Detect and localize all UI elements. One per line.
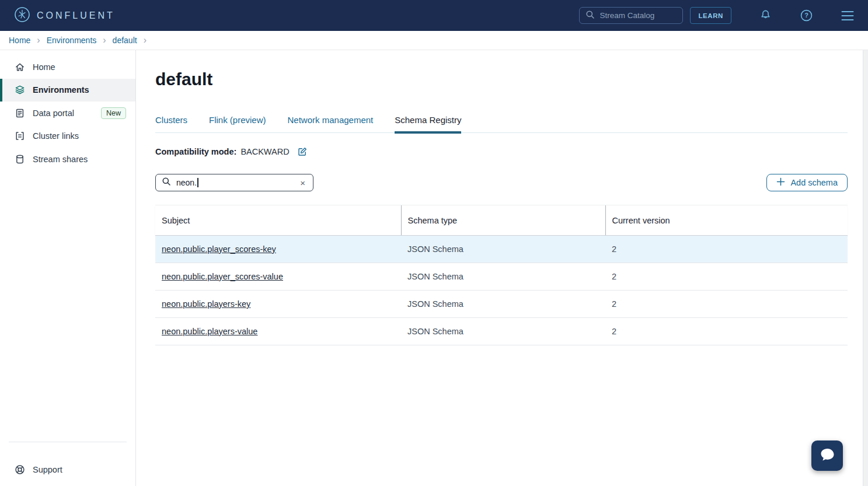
- chat-bubble-icon: [818, 446, 836, 465]
- help-icon[interactable]: ?: [800, 9, 813, 22]
- current-version-cell: 2: [605, 236, 848, 263]
- column-header-schema-type[interactable]: Schema type: [401, 205, 605, 236]
- home-icon: [15, 62, 25, 72]
- table-row[interactable]: neon.public.player_scores-value JSON Sch…: [155, 263, 848, 291]
- column-header-current-version[interactable]: Current version: [605, 205, 848, 236]
- sidebar-item-home[interactable]: Home: [0, 55, 135, 79]
- breadcrumb-default[interactable]: default: [113, 36, 137, 45]
- sidebar-item-label: Home: [33, 62, 55, 72]
- add-schema-label: Add schema: [790, 178, 838, 187]
- breadcrumb: Home › Environments › default ›: [0, 31, 868, 50]
- sidebar-item-data-portal[interactable]: Data portal New: [0, 102, 135, 125]
- search-value: neon.: [176, 178, 197, 187]
- stream-catalog-search[interactable]: [579, 7, 683, 24]
- edit-icon[interactable]: [298, 147, 307, 156]
- notifications-bell-icon[interactable]: [759, 9, 772, 22]
- table-toolbar: neon. × Add schema: [155, 174, 848, 191]
- tab-network-management[interactable]: Network management: [288, 115, 374, 132]
- new-badge: New: [101, 107, 126, 119]
- schema-type-cell: JSON Schema: [401, 318, 605, 345]
- add-schema-button[interactable]: Add schema: [766, 174, 848, 191]
- sidebar-item-label: Cluster links: [33, 131, 79, 141]
- tab-bar: Clusters Flink (preview) Network managem…: [155, 115, 848, 133]
- sidebar-item-support[interactable]: Support: [0, 459, 135, 482]
- sidebar-item-stream-shares[interactable]: Stream shares: [0, 148, 135, 171]
- tab-flink-preview[interactable]: Flink (preview): [209, 115, 266, 132]
- hamburger-menu-icon[interactable]: [841, 10, 855, 22]
- search-icon: [162, 177, 171, 188]
- document-icon: [15, 108, 25, 118]
- breadcrumb-separator: ›: [103, 36, 106, 45]
- tab-clusters[interactable]: Clusters: [155, 115, 187, 132]
- brand-name: CONFLUENT: [37, 11, 115, 21]
- breadcrumb-separator: ›: [144, 36, 147, 45]
- scrollbar-track[interactable]: [863, 50, 868, 486]
- sidebar-item-label: Stream shares: [33, 155, 88, 164]
- plus-icon: [776, 177, 785, 188]
- sidebar-item-cluster-links[interactable]: Cluster links: [0, 125, 135, 148]
- subject-link[interactable]: neon.public.player_scores-value: [162, 272, 283, 281]
- subject-link[interactable]: neon.public.players-key: [162, 299, 250, 309]
- breadcrumb-separator: ›: [37, 36, 40, 45]
- page-title: default: [155, 69, 848, 89]
- chat-widget-button[interactable]: [811, 440, 843, 471]
- breadcrumb-home[interactable]: Home: [9, 36, 30, 45]
- sidebar-item-environments[interactable]: Environments: [0, 79, 135, 102]
- learn-button[interactable]: LEARN: [690, 7, 731, 24]
- clear-search-icon[interactable]: ×: [298, 178, 307, 188]
- sidebar-item-label: Support: [33, 465, 62, 474]
- confluent-sparkle-icon: [14, 6, 30, 25]
- subject-search-input[interactable]: neon. ×: [155, 174, 313, 191]
- cluster-links-icon: [15, 131, 25, 141]
- table-header-row: Subject Schema type Current version: [155, 205, 848, 236]
- table-row[interactable]: neon.public.players-key JSON Schema 2: [155, 291, 848, 318]
- current-version-cell: 2: [605, 291, 848, 318]
- table-row[interactable]: neon.public.player_scores-key JSON Schem…: [155, 236, 848, 263]
- main-content: default Clusters Flink (preview) Network…: [136, 50, 863, 345]
- subject-link[interactable]: neon.public.player_scores-key: [162, 244, 276, 254]
- current-version-cell: 2: [605, 318, 848, 345]
- compatibility-mode-value: BACKWARD: [240, 147, 289, 156]
- database-icon: [15, 154, 25, 165]
- top-navbar: CONFLUENT LEARN ?: [0, 0, 868, 31]
- text-caret: [197, 178, 198, 187]
- subject-link[interactable]: neon.public.players-value: [162, 327, 257, 336]
- sidebar-item-label: Data portal: [33, 109, 74, 118]
- compatibility-mode-row: Compatibility mode: BACKWARD: [155, 147, 848, 156]
- confluent-logo[interactable]: CONFLUENT: [14, 6, 115, 25]
- column-header-subject[interactable]: Subject: [155, 205, 401, 236]
- breadcrumb-environments[interactable]: Environments: [47, 36, 97, 45]
- support-lifering-icon: [15, 464, 25, 475]
- table-row[interactable]: neon.public.players-value JSON Schema 2: [155, 318, 848, 345]
- stream-catalog-input[interactable]: [599, 11, 670, 20]
- schema-type-cell: JSON Schema: [401, 236, 605, 263]
- sidebar-divider: [9, 442, 127, 442]
- current-version-cell: 2: [605, 263, 848, 291]
- sidebar: Home Environments Data portal New: [0, 50, 136, 486]
- schema-type-cell: JSON Schema: [401, 291, 605, 318]
- compatibility-mode-label: Compatibility mode:: [155, 147, 236, 156]
- search-icon: [585, 10, 595, 22]
- tab-schema-registry[interactable]: Schema Registry: [395, 115, 461, 132]
- schema-type-cell: JSON Schema: [401, 263, 605, 291]
- layers-icon: [15, 85, 25, 95]
- schemas-table: Subject Schema type Current version neon…: [155, 205, 848, 345]
- sidebar-item-label: Environments: [33, 85, 89, 95]
- svg-text:?: ?: [804, 12, 808, 19]
